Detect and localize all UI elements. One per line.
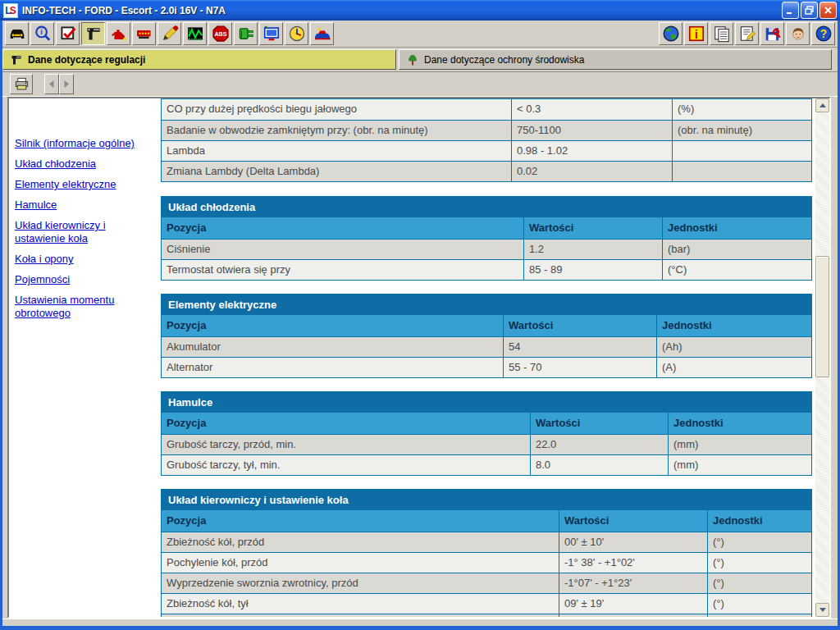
header-cell: Jednostki <box>668 413 811 434</box>
unit-cell: (°) <box>707 532 811 552</box>
sidebar-link-brakes[interactable]: Hamulce <box>15 199 156 212</box>
adjustment-data-button[interactable] <box>81 22 105 45</box>
main-toolbar: i ABS <box>0 21 840 48</box>
document-toolbar <box>0 72 840 97</box>
lubricants-button[interactable] <box>107 22 130 45</box>
table-row: Zbieżność kół, tył 09' ± 19' (°) <box>162 593 811 614</box>
app-icon: LS <box>3 3 18 18</box>
scrollbar-thumb[interactable] <box>815 256 829 377</box>
unit-cell: (°) <box>707 573 811 593</box>
title-bar: LS INFO-TECH - FORD - Escort - 2.0i 16V … <box>0 0 840 21</box>
tab-environment-data[interactable]: Dane dotyczące ochrony środowiska <box>399 49 832 70</box>
forward-button[interactable] <box>59 74 74 94</box>
sidebar-link-engine[interactable]: Silnik (informacje ogólne) <box>15 137 156 150</box>
toolbar-right-group: i ? <box>659 22 835 45</box>
access-key-button[interactable] <box>760 22 784 45</box>
close-button[interactable] <box>819 2 837 19</box>
search-info-button[interactable]: i <box>30 22 54 45</box>
table-row: Grubość tarczy, przód, min. 22.0 (mm) <box>162 434 811 454</box>
unit-cell: (mm) <box>668 435 811 454</box>
sidebar-link-capacities[interactable]: Pojemności <box>15 273 156 286</box>
diagnostic-monitor-button[interactable] <box>259 22 283 45</box>
sidebar-link-electrical[interactable]: Elementy elektryczne <box>15 178 156 191</box>
sidebar-link-wheels[interactable]: Koła i opony <box>15 253 156 266</box>
inspection-checklist-button[interactable] <box>56 22 80 45</box>
info-button[interactable]: i <box>684 22 708 45</box>
unit-cell: (mm) <box>668 455 811 475</box>
sidebar-link-cooling[interactable]: Układ chłodzenia <box>15 158 156 171</box>
caliper-icon <box>10 53 23 66</box>
info-icon: i <box>687 25 705 43</box>
document-area: Silnik (informacje ogólne) Układ chłodze… <box>9 98 829 617</box>
table-row: Alternator 55 - 70 (A) <box>162 357 811 377</box>
window-border-bottom-inner <box>2 619 838 626</box>
table-row: Pochylenie kół, przód -1° 38' - +1°02' (… <box>162 552 811 573</box>
restore-icon <box>804 5 815 16</box>
triangle-up-icon <box>819 103 826 107</box>
header-cell: Jednostki <box>662 217 811 239</box>
pencil-icon <box>161 25 179 43</box>
window-title: INFO-TECH - FORD - Escort - 2.0i 16V - N… <box>22 5 782 16</box>
tree-icon <box>406 53 419 66</box>
printer-icon <box>14 76 30 92</box>
header-cell: Pozycja <box>162 315 503 336</box>
sidebar-link-torque[interactable]: Ustawienia momentu obrotowego <box>15 294 156 320</box>
oil-service-button[interactable] <box>310 22 334 45</box>
table-title: Układ chłodzenia <box>162 197 811 217</box>
item-cell: Termostat otwiera się przy <box>162 260 523 280</box>
vertical-scrollbar[interactable] <box>815 98 829 617</box>
value-cell: 0.98 - 1.02 <box>511 141 672 161</box>
item-cell: Zmiana Lambdy (Delta Lambda) <box>162 162 511 181</box>
item-cell: Pochylenie kół, przód <box>162 553 559 573</box>
value-cell: 0.02 <box>511 162 672 181</box>
content-pane: Silnik (informacje ogólne) Układ chłodze… <box>7 97 831 619</box>
print-button[interactable] <box>10 74 33 94</box>
internet-button[interactable] <box>659 22 682 45</box>
value-cell: < 0.3 <box>511 99 672 120</box>
unit-cell: (bar) <box>662 240 811 259</box>
connectors-button[interactable] <box>234 22 258 45</box>
customer-button[interactable] <box>786 22 810 45</box>
item-cell: Zbieżność kół, przód <box>162 532 559 552</box>
help-icon: ? <box>815 25 833 43</box>
tab-regulation-data[interactable]: Dane dotyczące regulacji <box>2 49 396 70</box>
value-cell: 85 - 89 <box>523 260 662 280</box>
service-intervals-button[interactable] <box>285 22 308 45</box>
documents-button[interactable] <box>710 22 733 45</box>
sidebar-link-steering[interactable]: Układ kierowniczy i ustawienie koła <box>15 219 156 245</box>
edit-notes-button[interactable] <box>735 22 759 45</box>
car-oil-icon <box>313 25 331 43</box>
header-cell: Wartości <box>559 510 707 532</box>
abs-button[interactable]: ABS <box>208 22 232 45</box>
value-cell: 55 - 70 <box>503 358 656 377</box>
person-icon <box>789 25 807 43</box>
svg-text:ABS: ABS <box>214 31 226 38</box>
value-cell: 22.0 <box>530 435 668 454</box>
restore-button[interactable] <box>801 2 818 19</box>
minimize-button[interactable] <box>782 2 799 19</box>
triangle-down-icon <box>819 608 826 612</box>
vehicle-data-button[interactable] <box>5 22 29 45</box>
table-header-row: Pozycja Wartości Jednostki <box>162 413 811 434</box>
edit-note-icon <box>738 25 756 43</box>
unit-cell: (°C) <box>662 260 811 280</box>
item-cell: Ciśnienie <box>162 240 523 259</box>
value-cell: -1° 38' - +1°02' <box>559 553 707 573</box>
table-brakes: Hamulce Pozycja Wartości Jednostki Grubo… <box>161 391 812 476</box>
repair-times-button[interactable] <box>158 22 181 45</box>
scroll-up-button[interactable] <box>815 98 829 112</box>
item-cell: Alternator <box>162 358 503 377</box>
svg-text:i: i <box>695 29 698 41</box>
back-button[interactable] <box>44 74 59 94</box>
scroll-down-button[interactable] <box>815 603 829 617</box>
table-row: Zmiana Lambdy (Delta Lambda) 0.02 <box>162 161 811 181</box>
item-cell: Badanie w obwodzie zamkniętym przy: (obr… <box>162 121 511 140</box>
help-button[interactable]: ? <box>811 22 835 45</box>
table-header-row: Pozycja Wartości Jednostki <box>162 510 811 532</box>
engine-button[interactable] <box>132 22 156 45</box>
floppy-key-icon <box>764 25 782 43</box>
tab-bar: Dane dotyczące regulacji Dane dotyczące … <box>0 48 840 72</box>
item-cell: Lambda <box>162 141 511 161</box>
table-row: Ciśnienie 1.2 (bar) <box>162 239 811 259</box>
diagnostics-scope-button[interactable] <box>183 22 207 45</box>
